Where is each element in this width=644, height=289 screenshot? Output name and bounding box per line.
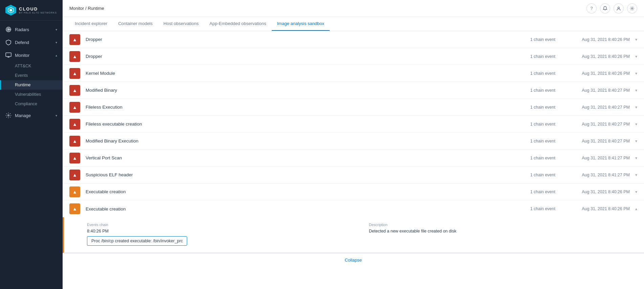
help-button[interactable]: ? bbox=[586, 3, 597, 14]
table-row[interactable]: ▲ Suspicious ELF header 1 chain event Au… bbox=[63, 166, 644, 183]
warning-icon: ▲ bbox=[72, 189, 77, 195]
nav-section-manage: Manage ▾ bbox=[0, 109, 63, 121]
chain-count: 1 chain event bbox=[515, 105, 555, 110]
event-detail-time: 8:40:26 PM bbox=[87, 229, 355, 234]
event-name: Suspicious ELF header bbox=[86, 172, 515, 177]
tabs-bar: Incident explorer Container models Host … bbox=[63, 17, 644, 31]
table-row[interactable]: ▲ Vertical Port Scan 1 chain event Aug 3… bbox=[63, 150, 644, 166]
expand-chevron-icon[interactable]: ▾ bbox=[635, 37, 637, 42]
sidebar-item-monitor[interactable]: Monitor ▴ bbox=[0, 49, 63, 61]
bell-button[interactable] bbox=[600, 3, 610, 14]
top-icons-area: ? bbox=[586, 3, 637, 14]
tab-host-observations[interactable]: Host observations bbox=[158, 17, 204, 31]
collapse-button[interactable]: Collapse bbox=[345, 258, 362, 263]
warning-icon: ▲ bbox=[72, 71, 77, 76]
sidebar-item-attck-label: ATT&CK bbox=[15, 64, 31, 68]
table-row[interactable]: ▲ Executable creation 1 chain event Aug … bbox=[63, 183, 644, 200]
event-name: Kernel Module bbox=[86, 71, 515, 76]
table-row[interactable]: ▲ Kernel Module 1 chain event Aug 31, 20… bbox=[63, 65, 644, 82]
svg-marker-1 bbox=[9, 9, 12, 12]
warning-icon: ▲ bbox=[72, 138, 77, 144]
expand-chevron-icon[interactable]: ▾ bbox=[635, 122, 637, 127]
sidebar: CLOUD BY PALO ALTO NETWORKS Radars ▾ Def… bbox=[0, 0, 63, 289]
sidebar-item-radars-label: Radars bbox=[15, 27, 52, 32]
warning-icon: ▲ bbox=[72, 54, 77, 59]
event-list: ▲ Dropper 1 chain event Aug 31, 2021 8:4… bbox=[63, 31, 644, 289]
chain-count: 1 chain event bbox=[515, 173, 555, 177]
sidebar-item-events[interactable]: Events bbox=[0, 71, 63, 80]
monitor-chevron-icon: ▴ bbox=[55, 53, 57, 57]
expand-chevron-icon[interactable]: ▾ bbox=[635, 88, 637, 93]
expand-chevron-icon[interactable]: ▾ bbox=[635, 139, 637, 143]
sidebar-item-vulnerabilities-label: Vulnerabilities bbox=[15, 92, 41, 97]
table-row[interactable]: ▲ Dropper 1 chain event Aug 31, 2021 8:4… bbox=[63, 31, 644, 48]
warning-icon: ▲ bbox=[72, 172, 77, 178]
chain-count: 1 chain event bbox=[515, 190, 555, 194]
sidebar-item-monitor-label: Monitor bbox=[15, 53, 52, 58]
sidebar-nav: Radars ▾ Defend ▾ Monitor ▴ ATT&CK Event bbox=[0, 21, 63, 289]
expand-chevron-icon[interactable]: ▾ bbox=[635, 173, 637, 177]
table-row[interactable]: ▲ Executable creation 1 chain event Aug … bbox=[63, 200, 644, 217]
radars-chevron-icon: ▾ bbox=[55, 28, 57, 31]
expand-chevron-icon[interactable]: ▾ bbox=[635, 54, 637, 59]
warning-icon: ▲ bbox=[72, 155, 77, 161]
alert-icon-red: ▲ bbox=[69, 85, 80, 96]
expand-chevron-icon[interactable]: ▾ bbox=[635, 190, 637, 194]
table-row[interactable]: ▲ Fileless executable creation 1 chain e… bbox=[63, 116, 644, 133]
top-bar: Monitor / Runtime ? bbox=[63, 0, 644, 17]
table-row[interactable]: ▲ Modified Binary Execution 1 chain even… bbox=[63, 133, 644, 150]
user-button[interactable] bbox=[614, 3, 624, 14]
alert-icon-red: ▲ bbox=[69, 34, 80, 45]
chain-count: 1 chain event bbox=[515, 54, 555, 59]
sidebar-item-defend-label: Defend bbox=[15, 40, 52, 45]
main-content: Monitor / Runtime ? Incident explorer Co… bbox=[63, 0, 644, 289]
expand-chevron-icon[interactable]: ▾ bbox=[635, 71, 637, 76]
svg-point-9 bbox=[8, 115, 9, 116]
events-chain-label: Events chain bbox=[87, 223, 355, 227]
event-name: Modified Binary Execution bbox=[86, 138, 515, 143]
settings-button[interactable] bbox=[627, 3, 637, 14]
chain-count: 1 chain event bbox=[515, 139, 555, 143]
sidebar-item-events-label: Events bbox=[15, 73, 28, 78]
warning-icon: ▲ bbox=[72, 206, 77, 212]
svg-rect-6 bbox=[6, 53, 11, 57]
svg-point-12 bbox=[618, 7, 620, 8]
tab-image-analysis[interactable]: Image analysis sandbox bbox=[272, 17, 330, 31]
event-name: Dropper bbox=[86, 54, 515, 59]
tab-app-embedded[interactable]: App-Embedded observations bbox=[204, 17, 272, 31]
event-time: Aug 31, 2021 8:40:27 PM bbox=[569, 88, 630, 93]
breadcrumb-child: Runtime bbox=[88, 6, 104, 11]
sidebar-item-defend[interactable]: Defend ▾ bbox=[0, 36, 63, 48]
sidebar-item-attck[interactable]: ATT&CK bbox=[0, 61, 63, 71]
detail-description-col: Description Detected a new executable fi… bbox=[369, 223, 637, 246]
event-time: Aug 31, 2021 8:40:26 PM bbox=[569, 37, 630, 42]
description-label: Description bbox=[369, 223, 637, 227]
event-name: Executable creation bbox=[86, 189, 515, 194]
warning-icon: ▲ bbox=[72, 88, 77, 93]
sidebar-item-vulnerabilities[interactable]: Vulnerabilities bbox=[0, 90, 63, 99]
sidebar-item-runtime[interactable]: Runtime bbox=[0, 80, 63, 90]
table-row[interactable]: ▲ Dropper 1 chain event Aug 31, 2021 8:4… bbox=[63, 48, 644, 65]
tab-incident-explorer[interactable]: Incident explorer bbox=[69, 17, 113, 31]
expand-chevron-icon[interactable]: ▾ bbox=[635, 156, 637, 160]
collapse-chevron-icon[interactable]: ▴ bbox=[635, 206, 637, 211]
logo-text-area: CLOUD BY PALO ALTO NETWORKS bbox=[19, 6, 57, 14]
nav-section-defend: Defend ▾ bbox=[0, 36, 63, 48]
sidebar-item-runtime-label: Runtime bbox=[15, 83, 31, 87]
expand-chevron-icon[interactable]: ▾ bbox=[635, 105, 637, 110]
logo-sub: BY PALO ALTO NETWORKS bbox=[19, 12, 57, 14]
event-name: Executable creation bbox=[86, 206, 515, 212]
event-time: Aug 31, 2021 8:40:26 PM bbox=[569, 190, 630, 194]
sidebar-item-manage[interactable]: Manage ▾ bbox=[0, 109, 63, 121]
table-row[interactable]: ▲ Fileless Execution 1 chain event Aug 3… bbox=[63, 99, 644, 116]
event-time: Aug 31, 2021 8:40:27 PM bbox=[569, 139, 630, 143]
event-name: Vertical Port Scan bbox=[86, 155, 515, 160]
tab-container-models[interactable]: Container models bbox=[113, 17, 158, 31]
manage-chevron-icon: ▾ bbox=[55, 114, 57, 117]
description-text: Detected a new executable file created o… bbox=[369, 229, 637, 234]
event-name: Fileless executable creation bbox=[86, 121, 515, 127]
sidebar-item-radars[interactable]: Radars ▾ bbox=[0, 23, 63, 36]
chain-count: 1 chain event bbox=[515, 206, 555, 211]
sidebar-item-compliance[interactable]: Compliance bbox=[0, 99, 63, 109]
table-row[interactable]: ▲ Modified Binary 1 chain event Aug 31, … bbox=[63, 82, 644, 99]
